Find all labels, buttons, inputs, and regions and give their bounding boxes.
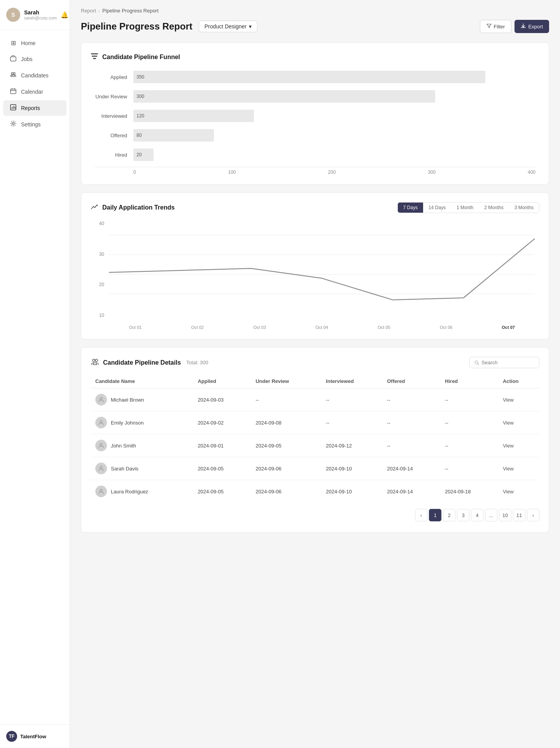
x-axis-label: Oct 05 [353,325,415,330]
table-row: Sarah Davis 2024-09-05 2024-09-06 2024-0… [91,457,539,480]
sidebar: S Sarah sarah@corp.com 🔔 ⊞ Home Jobs Can… [0,0,70,748]
page-number-button[interactable]: 2 [443,509,455,521]
svg-point-5 [12,123,14,125]
view-action-link[interactable]: View [503,397,514,403]
svg-point-13 [93,359,95,362]
time-filter-button[interactable]: 14 Days [423,203,451,213]
breadcrumb-parent: Report [81,8,96,14]
pagination: ‹ 1234...1011 › [91,503,539,523]
page-number-button[interactable]: 4 [471,509,483,521]
candidate-avatar [95,463,107,474]
trend-svg [104,221,539,318]
pipeline-details-icon [91,358,99,368]
page-number-button[interactable]: 10 [499,509,511,521]
offered-cell: 2024-09-14 [382,457,440,480]
interviewed-cell: -- [321,388,382,411]
time-filter-button[interactable]: 7 Days [398,203,423,213]
total-badge: Total: 300 [186,360,208,365]
candidates-icon [9,72,17,79]
next-page-button[interactable]: › [527,509,539,521]
sidebar-item-candidates[interactable]: Candidates [3,68,66,83]
search-box[interactable] [469,357,539,368]
pipeline-details-title: Candidate Pipeline Details [103,359,181,366]
trend-icon [91,203,98,212]
search-input[interactable] [481,360,534,365]
svg-point-19 [100,467,102,469]
view-action-link[interactable]: View [503,489,514,495]
user-name: Sarah [24,9,57,16]
prev-page-button[interactable]: ‹ [415,509,427,521]
funnel-icon [91,52,98,62]
axis-label: 0 [133,170,136,175]
svg-rect-6 [91,53,98,54]
x-axis-labels: Oct 01Oct 02Oct 03Oct 04Oct 05Oct 06Oct … [104,325,539,330]
sidebar-item-reports[interactable]: Reports [3,100,66,116]
table-row: Emily Johnson 2024-09-02 2024-09-08 -- -… [91,411,539,434]
home-icon: ⊞ [9,39,17,47]
y-axis-label: 20 [91,282,104,287]
table-column-header: Interviewed [321,374,382,388]
chevron-down-icon: ▾ [249,23,252,30]
time-filter-button[interactable]: 3 Months [509,203,539,213]
pipeline-details-card: Candidate Pipeline Details Total: 300 Ca… [81,347,549,533]
filter-button[interactable]: Filter [480,20,512,33]
hired-cell: -- [440,411,498,434]
x-axis-label: Oct 04 [291,325,353,330]
role-dropdown-label: Product Designer [205,23,247,30]
notification-bell-icon[interactable]: 🔔 [61,11,68,19]
filter-icon [486,23,492,30]
pipeline-table: Candidate NameAppliedUnder ReviewIntervi… [91,374,539,503]
brand-logo-icon: TF [6,731,17,742]
role-dropdown[interactable]: Product Designer ▾ [199,21,257,32]
page-number-button[interactable]: 3 [457,509,469,521]
page-title: Pipeline Progress Report [81,21,192,32]
candidate-name-cell: Michael Brown [91,388,193,411]
time-filter-button[interactable]: 1 Month [451,203,479,213]
applied-cell: 2024-09-03 [193,388,251,411]
interviewed-cell: -- [321,411,382,434]
page-number-button[interactable]: 11 [513,509,525,521]
svg-point-16 [100,398,102,400]
under-review-cell: 2024-09-06 [251,457,321,480]
candidate-name-cell: John Smith [91,434,193,457]
sidebar-item-label: Reports [21,105,40,111]
offered-cell: 2024-09-14 [382,480,440,503]
time-filter-group: 7 Days14 Days1 Month2 Months3 Months [397,202,539,213]
axis-label: 100 [228,170,236,175]
view-action-link[interactable]: View [503,466,514,472]
sidebar-item-calendar[interactable]: Calendar [3,84,66,100]
hired-cell: -- [440,434,498,457]
funnel-chart: Applied 350 Under Review 300 Interviewed… [91,70,539,175]
action-cell: View [498,388,539,411]
breadcrumb: Report › Pipeline Progress Report [81,8,549,14]
sidebar-item-jobs[interactable]: Jobs [3,51,66,67]
sidebar-item-label: Settings [21,121,41,128]
candidate-name: Michael Brown [111,397,144,403]
applied-cell: 2024-09-01 [193,434,251,457]
view-action-link[interactable]: View [503,420,514,426]
view-action-link[interactable]: View [503,443,514,449]
funnel-stage-label: Under Review [94,94,133,100]
svg-point-2 [13,73,15,75]
funnel-bar-value: 120 [133,113,144,119]
page-header: Pipeline Progress Report Product Designe… [81,20,549,33]
time-filter-button[interactable]: 2 Months [479,203,509,213]
sidebar-item-home[interactable]: ⊞ Home [3,35,66,51]
search-icon [474,360,479,365]
page-number-button[interactable]: ... [485,509,497,521]
table-column-header: Offered [382,374,440,388]
table-column-header: Candidate Name [91,374,193,388]
offered-cell: -- [382,434,440,457]
table-row: Michael Brown 2024-09-03 -- -- -- -- Vie… [91,388,539,411]
export-button[interactable]: Export [514,20,549,33]
funnel-stage-label: Applied [94,74,133,80]
sidebar-item-settings[interactable]: Settings [3,117,66,132]
page-number-button[interactable]: 1 [429,509,441,521]
x-axis-label: Oct 02 [166,325,229,330]
table-body: Michael Brown 2024-09-03 -- -- -- -- Vie… [91,388,539,503]
action-cell: View [498,411,539,434]
under-review-cell: 2024-09-08 [251,411,321,434]
candidate-name: Emily Johnson [111,420,144,426]
applied-cell: 2024-09-05 [193,457,251,480]
candidate-name-cell: Sarah Davis [91,457,193,480]
